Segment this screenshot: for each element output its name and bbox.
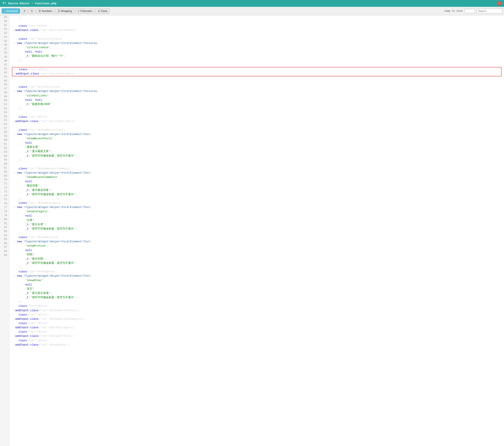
line-number: 36 bbox=[2, 43, 7, 47]
line-number: 65 bbox=[2, 158, 7, 162]
download-button[interactable]: ↓ Download bbox=[2, 8, 20, 14]
wrapping-icon: ☰ bbox=[58, 10, 60, 13]
code-line bbox=[12, 81, 502, 85]
line-number: 83 bbox=[2, 230, 7, 233]
title-bar: T! Source Editor - functions.php × bbox=[0, 0, 504, 7]
line-number: 43 bbox=[2, 71, 7, 75]
jump-to-line-input[interactable] bbox=[464, 9, 475, 13]
numbers-icon: ☰ bbox=[39, 10, 41, 13]
fullscreen-button[interactable]: ⤢ Fullscreen bbox=[75, 9, 94, 14]
line-number: 59 bbox=[2, 134, 7, 138]
line-number: 42 bbox=[2, 67, 7, 71]
line-number: 45 bbox=[2, 79, 7, 83]
app-logo: T! bbox=[2, 2, 6, 5]
line-number: 30 bbox=[2, 19, 7, 23]
line-number: 67 bbox=[2, 166, 7, 170]
line-number: 78 bbox=[2, 210, 7, 214]
code-line: _t('填写字符修改标题，留空为不显示') bbox=[12, 295, 502, 300]
code-line: null, bbox=[12, 283, 502, 287]
line-number: 46 bbox=[2, 83, 7, 87]
line-number: 49 bbox=[2, 95, 7, 99]
code-line: ); bbox=[12, 158, 502, 162]
download-label: Download bbox=[6, 10, 18, 13]
code-line: class="var">$form bbox=[12, 67, 501, 72]
highlight-block-start: class="var">$form->addInput(class="var">… bbox=[12, 67, 502, 76]
line-number: 35 bbox=[2, 39, 7, 43]
numbers-button[interactable]: ☰ Numbers bbox=[36, 9, 55, 14]
code-line bbox=[12, 124, 502, 128]
line-number: 39 bbox=[2, 55, 7, 59]
code-line: '分类', bbox=[12, 218, 502, 222]
jump-to-line-label: Jump to line bbox=[444, 10, 463, 13]
line-number: 84 bbox=[2, 233, 7, 238]
line-number: 87 bbox=[2, 245, 7, 249]
code-line bbox=[12, 33, 502, 37]
line-number: 80 bbox=[2, 217, 7, 222]
code-line bbox=[12, 111, 502, 115]
code-line: class="var">$form bbox=[12, 321, 502, 325]
code-line: class="var">$showCategory bbox=[12, 201, 502, 205]
line-number: 53 bbox=[2, 110, 7, 115]
line-number: 29 bbox=[2, 15, 7, 19]
window-close-button[interactable]: × bbox=[497, 1, 502, 5]
code-line: _t('显示归档'), bbox=[12, 257, 502, 261]
download-icon: ↓ bbox=[4, 9, 5, 13]
code-line bbox=[12, 63, 502, 67]
code-line: '其它', bbox=[12, 287, 502, 291]
line-number: 75 bbox=[2, 198, 7, 202]
code-line: null, null, bbox=[12, 98, 502, 102]
code-line: ); bbox=[12, 197, 502, 201]
editor: 2930313233343536373839404142434445464748… bbox=[0, 15, 504, 446]
code-line: class="var">$form bbox=[12, 339, 502, 343]
line-number: 68 bbox=[2, 170, 7, 174]
redo-button[interactable]: ↻ bbox=[29, 9, 36, 14]
line-number: 38 bbox=[2, 51, 7, 55]
line-number: 85 bbox=[2, 237, 7, 241]
wrapping-button[interactable]: ☰ Wrapping bbox=[55, 9, 74, 14]
line-number: 47 bbox=[2, 87, 7, 91]
code-line: null, bbox=[12, 179, 502, 184]
numbers-label: Numbers bbox=[42, 10, 52, 13]
line-number: 89 bbox=[2, 253, 7, 257]
code-line: ); bbox=[12, 58, 502, 62]
search-input[interactable] bbox=[477, 9, 502, 14]
line-number: 77 bbox=[2, 206, 7, 210]
line-number: 31 bbox=[2, 23, 7, 27]
fullscreen-icon: ⤢ bbox=[77, 10, 80, 13]
undo-button[interactable]: ↺ bbox=[21, 9, 28, 14]
line-number: 57 bbox=[2, 126, 7, 130]
code-line: null, bbox=[12, 248, 502, 252]
line-number: 33 bbox=[2, 31, 7, 35]
code-line: class="var">$form bbox=[12, 304, 502, 308]
code-line: 'showRecentPosts', bbox=[12, 137, 502, 141]
code-line: 'showCategory', bbox=[12, 210, 502, 214]
code-area[interactable]: ); class="var">$form->addInput(class="va… bbox=[9, 15, 504, 446]
close-icon: ✕ bbox=[98, 10, 100, 13]
code-line: ); bbox=[12, 107, 502, 111]
line-number: 86 bbox=[2, 241, 7, 246]
redo-icon: ↻ bbox=[31, 10, 33, 13]
line-number: 79 bbox=[2, 214, 7, 218]
code-line: class="var">$form bbox=[12, 330, 502, 334]
line-number: 32 bbox=[2, 27, 7, 31]
line-number: 74 bbox=[2, 194, 7, 198]
code-line: 'showArchive', bbox=[12, 244, 502, 248]
code-line: _t('链接页面JSON') bbox=[12, 102, 502, 107]
code-line: ); bbox=[12, 15, 502, 20]
close-button[interactable]: ✕ Close bbox=[95, 9, 110, 14]
code-line bbox=[12, 162, 502, 167]
code-line: '归档', bbox=[12, 252, 502, 257]
editor-title: Source Editor - functions.php bbox=[8, 2, 56, 5]
line-number: 69 bbox=[2, 174, 7, 178]
code-line: class="var">$showRecentComments bbox=[12, 167, 502, 171]
line-number: 64 bbox=[2, 154, 7, 158]
line-number: 70 bbox=[2, 178, 7, 182]
code-line: class="var">$showRecentPosts bbox=[12, 128, 502, 132]
code-line: null, bbox=[12, 214, 502, 218]
line-number: 54 bbox=[2, 115, 7, 119]
fullscreen-label: Fullscreen bbox=[80, 10, 92, 13]
close-label: Close bbox=[101, 10, 107, 13]
code-line: 'siteIntroduce', bbox=[12, 45, 502, 50]
line-number: 41 bbox=[2, 63, 7, 67]
code-line: null, bbox=[12, 141, 502, 145]
